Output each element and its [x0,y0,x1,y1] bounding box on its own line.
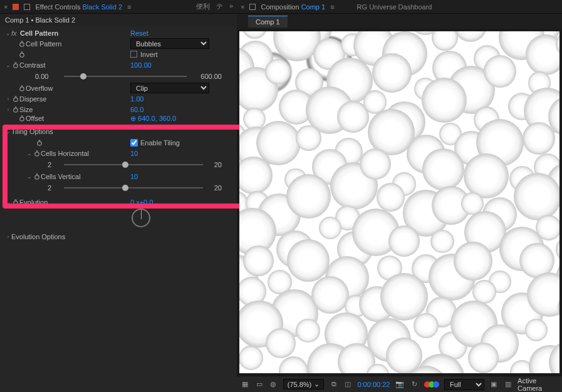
evolution-deg[interactable]: +0.0 [140,199,154,206]
stopwatch-icon[interactable] [33,173,41,180]
prop-label: Disperse [19,95,46,103]
panel-title-layer-link[interactable]: Black Solid 2 [82,3,122,11]
panel-title-comp-link[interactable]: Comp 1 [301,3,326,11]
panel-icon[interactable] [249,4,256,10]
enable-tiling-label: Enable Tiling [140,139,180,147]
enable-tiling-checkbox[interactable] [130,139,138,147]
exposure-icon[interactable]: ▣ [489,379,499,389]
evolution-revs[interactable]: 0 x [130,199,140,206]
twirl-down-icon[interactable]: ⌄ [26,173,33,180]
contrast-value[interactable]: 100.00 [130,61,152,69]
color-swatch-icon [13,4,19,10]
tiling-options-label: Tiling Options [11,128,53,135]
prop-evolution-options[interactable]: › Evolution Options [0,231,237,242]
slider-track[interactable] [64,76,187,77]
cells-horizontal-value[interactable]: 10 [130,150,138,157]
panel-close-icon[interactable]: × [4,3,8,11]
twirl-right-icon[interactable]: › [5,106,11,113]
view-layout-icon[interactable]: ▥ [504,379,513,389]
twirl-right-icon[interactable]: › [5,96,11,102]
extra-tab-2[interactable]: テ [216,2,223,11]
active-camera-dropdown[interactable]: Active Camera [518,377,558,392]
cells-horizontal-slider[interactable]: 2 20 [0,158,237,171]
size-value[interactable]: 60.0 [130,106,143,113]
stopwatch-icon[interactable] [18,115,26,121]
region-icon[interactable]: ◫ [343,379,353,389]
stopwatch-icon[interactable] [35,140,43,146]
resolution-dropdown[interactable]: Full [444,379,484,390]
twirl-down-icon[interactable]: ⌄ [5,62,11,68]
disperse-value[interactable]: 1.00 [130,95,143,103]
stopwatch-icon[interactable] [11,62,19,68]
stopwatch-icon[interactable] [11,96,19,102]
show-snapshot-icon[interactable]: ↻ [410,379,419,389]
stopwatch-icon[interactable] [11,106,19,113]
slider-track[interactable] [64,187,203,188]
slider-handle-icon[interactable] [122,162,128,168]
fx-badge-icon[interactable]: fx [11,29,20,37]
cells-vertical-slider[interactable]: 2 20 [0,182,237,194]
svg-point-6 [19,117,23,121]
panel-title: Composition Comp 1 [261,3,325,11]
prop-overflow: Overflow Clip [0,83,237,93]
panel-icon[interactable] [24,4,30,10]
composition-viewer[interactable] [237,29,562,376]
invert-checkbox[interactable] [130,51,137,58]
cell-pattern-dropdown[interactable]: Bubbles [130,38,209,49]
prop-size: › Size 60.0 [0,104,237,115]
svg-point-5 [13,108,17,111]
slider-track[interactable] [64,164,203,165]
stopwatch-icon[interactable] [33,150,41,157]
prop-contrast: ⌄ Contrast 100.00 [0,59,237,70]
prop-evolution: ⌄ Evolution 0 x +0.0 [0,197,237,207]
stopwatch-icon[interactable] [18,51,26,58]
evolution-angle-control[interactable] [132,209,150,227]
contrast-slider[interactable]: 0.00 600.00 [0,70,237,83]
stopwatch-icon[interactable] [11,199,19,205]
viewer-canvas[interactable] [239,31,559,373]
offset-value[interactable]: 640.0, 360.0 [138,115,176,122]
cells-vertical-value[interactable]: 10 [130,173,138,180]
current-time[interactable]: 0:00:00:22 [357,381,390,388]
prop-label: Cells Vertical [41,173,81,180]
slider-handle-icon[interactable] [122,185,128,191]
slider-handle-icon[interactable] [80,73,86,80]
more-tabs-icon[interactable]: » [229,2,233,11]
viewer-footer: ▦ ▭ ◍ (75.8%) ⌄ ⧉ ◫ 0:00:00:22 📷 ↻ Full … [237,376,562,392]
stopwatch-icon[interactable] [18,85,26,91]
prop-invert: Invert [0,49,237,59]
panel-title-text: Composition [261,3,299,11]
zoom-dropdown[interactable]: (75.8%) ⌄ [283,379,325,389]
reset-button[interactable]: Reset [130,29,148,37]
panel-close-icon[interactable]: × [241,3,244,11]
evolution-options-label: Evolution Options [11,233,65,240]
twirl-right-icon[interactable]: › [5,234,11,240]
mask-icon[interactable]: ◍ [269,379,278,389]
anchor-point-icon[interactable]: ⊕ [130,115,136,122]
grid-icon[interactable]: ▦ [241,379,250,389]
extra-tab-1[interactable]: 便利 [196,2,210,11]
resolution-icon[interactable]: ⧉ [329,379,338,389]
svg-point-4 [13,97,17,101]
prop-cells-vertical: ⌄ Cells Vertical 10 [0,171,237,182]
dashboard-tab[interactable]: RG Universe Dashboard [357,3,432,11]
prop-label: Contrast [19,61,46,69]
comp-tab[interactable]: Comp 1 [248,16,288,28]
overflow-dropdown[interactable]: Clip [130,83,209,93]
snapshot-icon[interactable]: 📷 [395,379,405,389]
twirl-down-icon[interactable]: ⌄ [26,150,33,157]
effect-header-row[interactable]: ⌄ fx Cell Pattern Reset [0,28,237,38]
panel-menu-icon[interactable]: ≡ [127,3,131,11]
zoom-value: (75.8%) [288,381,312,388]
svg-point-8 [34,152,38,155]
svg-point-10 [13,200,17,204]
twirl-down-icon[interactable]: ⌄ [5,128,11,135]
twirl-down-icon[interactable]: ⌄ [5,199,11,205]
color-management-icon[interactable] [424,381,439,388]
toggle-transparency-icon[interactable]: ▭ [255,379,264,389]
tiling-options-header[interactable]: ⌄ Tiling Options [0,126,237,137]
prop-offset: Offset ⊕ 640.0, 360.0 [0,115,237,122]
stopwatch-icon[interactable] [18,41,26,47]
panel-menu-icon[interactable]: ≡ [330,3,334,11]
twirl-down-icon[interactable]: ⌄ [5,30,11,36]
